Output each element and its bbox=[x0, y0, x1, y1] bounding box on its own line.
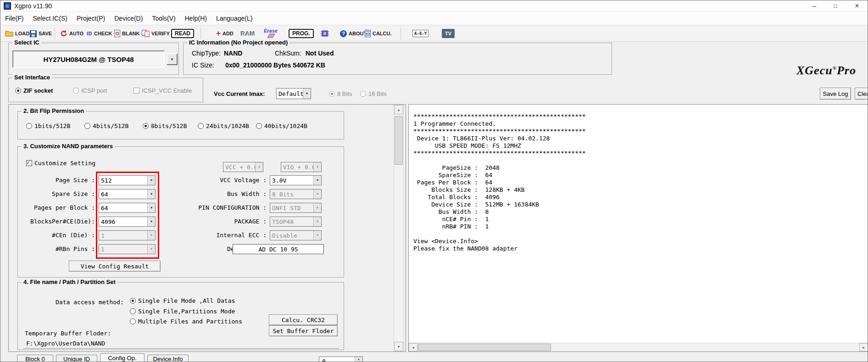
nand-params-group: 3. Customize NAND parameters Customize S… bbox=[17, 146, 344, 278]
chevron-down-icon bbox=[147, 189, 155, 199]
radio-icon bbox=[130, 298, 136, 304]
ic-size-label: IC Size: bbox=[192, 61, 214, 69]
internal-ecc-value: Disable bbox=[270, 231, 313, 240]
scroll-down-button[interactable] bbox=[394, 342, 403, 351]
set-buffer-folder-button[interactable]: Set Buffer Floder bbox=[269, 325, 338, 336]
bus-width-value: 8 Bits bbox=[270, 189, 313, 199]
about-button[interactable]: ? ABOUT bbox=[340, 25, 367, 42]
log-line: Blocks Size : 128KB + 4KB bbox=[413, 186, 586, 194]
toolbar-separator bbox=[200, 28, 201, 39]
radio-8bits-512b[interactable]: 8bits/512B bbox=[143, 123, 187, 129]
tab-config-op[interactable]: Config Op. bbox=[100, 353, 145, 362]
customize-setting-label: Customize Setting bbox=[34, 160, 95, 167]
chevron-down-icon bbox=[147, 245, 155, 254]
vcc-current-label: Vcc Current Imax: bbox=[214, 90, 265, 97]
tab-block-0[interactable]: Block 0 bbox=[17, 355, 53, 362]
plus-icon: + bbox=[216, 30, 221, 37]
radio-1bits-512b[interactable]: 1bits/512B bbox=[26, 123, 70, 129]
spinner-buttons[interactable] bbox=[355, 357, 362, 362]
scroll-right-button[interactable] bbox=[859, 343, 868, 351]
page-size-combo[interactable]: 512 bbox=[99, 175, 156, 185]
config-panel-scrollbar bbox=[394, 105, 404, 351]
scrollbar-thumb[interactable] bbox=[395, 116, 403, 165]
radio-4bits-512b[interactable]: 4bits/512B bbox=[84, 123, 128, 129]
minimize-button[interactable]: – bbox=[804, 0, 825, 11]
menu-item-language[interactable]: Language(L) bbox=[211, 13, 257, 24]
rbn-pins-value: 1 bbox=[99, 245, 147, 254]
radio-multiple-files[interactable]: Multiple Files and Partitions bbox=[130, 318, 242, 325]
blocks-per-ce-combo[interactable]: 4096 bbox=[99, 217, 156, 227]
checkbox-icon bbox=[26, 160, 32, 166]
radio-icsp-port: ICSP port bbox=[73, 87, 107, 94]
menu-item-help[interactable]: Help(H) bbox=[180, 13, 211, 24]
scrollbar-thumb[interactable] bbox=[418, 344, 551, 351]
device-id-field[interactable]: AD DC 10 95 bbox=[233, 244, 324, 254]
block-number-spinner[interactable]: 0 bbox=[319, 356, 363, 362]
spare-size-combo[interactable]: 64 bbox=[99, 189, 156, 199]
tv-mode-button[interactable]: TV bbox=[442, 25, 455, 42]
checkbox-customize-setting[interactable]: Customize Setting bbox=[26, 160, 95, 167]
radio-zif-socket[interactable]: ZIF socket bbox=[15, 87, 53, 94]
maximize-button[interactable]: □ bbox=[825, 0, 846, 11]
vcc-current-combo[interactable]: Default bbox=[276, 88, 311, 99]
view-config-result-button[interactable]: View Config Resault bbox=[69, 261, 161, 272]
vcc-voltage-combo[interactable]: 3.0V bbox=[270, 175, 322, 185]
menu-item-device[interactable]: Device(D) bbox=[110, 13, 147, 24]
spin-up-icon[interactable] bbox=[355, 357, 362, 362]
blank-label: BLANK bbox=[122, 31, 140, 36]
menu-item-project[interactable]: Project(P) bbox=[72, 13, 110, 24]
chevron-down-icon bbox=[313, 231, 321, 240]
blank-check-button[interactable]: BLANK bbox=[114, 25, 140, 42]
log-line: ****************************************… bbox=[413, 113, 586, 120]
ic-info-group-title: IC Information (No Project opened) bbox=[187, 39, 289, 46]
auto-button[interactable]: AUTO bbox=[60, 25, 83, 42]
logic-converter-button[interactable]: A-8-Y bbox=[412, 25, 428, 42]
calculator-button[interactable]: CALCU. bbox=[365, 25, 392, 42]
check-id-button[interactable]: ID CHECK bbox=[87, 25, 112, 42]
clear-log-button[interactable]: Clea bbox=[855, 88, 868, 100]
tv-icon: TV bbox=[442, 29, 455, 38]
menu-bar: File(F) Select IC(S) Project(P) Device(D… bbox=[0, 11, 868, 25]
chevron-down-icon bbox=[303, 89, 311, 99]
config-scroll-panel: 2. Bit Flip Permission 1bits/512B 4bits/… bbox=[8, 104, 406, 352]
spare-size-label: Spare Size : bbox=[18, 190, 95, 197]
radio-single-file-all[interactable]: Single File Mode ,All Datas bbox=[130, 297, 235, 304]
radio-icon bbox=[15, 88, 21, 94]
pin-config-value: ONFI STD bbox=[270, 203, 313, 212]
pages-per-block-label: Pages per Block : bbox=[18, 204, 95, 211]
calc-crc32-button[interactable]: Calcu. CRC32 bbox=[269, 314, 338, 325]
verify-button[interactable]: VERIFY bbox=[142, 25, 170, 42]
save-log-button[interactable]: Save Log bbox=[820, 88, 851, 100]
scroll-left-button[interactable] bbox=[409, 343, 417, 351]
tab-unique-id[interactable]: Unique ID bbox=[56, 355, 97, 362]
radio-single-file-partitions[interactable]: Single File,Partitions Mode bbox=[130, 308, 235, 315]
program-button[interactable]: PROG. bbox=[289, 25, 314, 42]
bitflip-option-label: 8bits/512B bbox=[151, 123, 187, 129]
cen-die-label: #CEn (Die) : bbox=[18, 232, 95, 239]
menu-item-file[interactable]: File(F) bbox=[0, 13, 28, 24]
chevron-down-icon bbox=[313, 203, 321, 212]
pages-per-block-combo[interactable]: 64 bbox=[99, 203, 156, 213]
ic-dropdown-button[interactable] bbox=[167, 53, 178, 65]
radio-40bits-1024b[interactable]: 40bits/1024B bbox=[256, 123, 307, 129]
temp-buffer-path-field[interactable]: F:\Xgpro\UserData\NAND bbox=[23, 339, 339, 349]
window-title: Xgpro v11.90 bbox=[14, 2, 52, 10]
selected-ic-display[interactable]: HY27UH084G2M @ TSOP48 bbox=[12, 50, 165, 68]
close-button[interactable]: × bbox=[846, 0, 868, 11]
access-option-label: Single File Mode ,All Datas bbox=[138, 297, 235, 304]
scroll-up-button[interactable] bbox=[394, 105, 403, 114]
nand-params-title: 3. Customize NAND parameters bbox=[22, 143, 115, 150]
radio-24bits-1024b[interactable]: 24bits/1024B bbox=[198, 123, 249, 129]
select-ic-group: Select IC HY27UH084G2M @ TSOP48 bbox=[8, 43, 179, 75]
checkbox-icsp-vcc: ICSP_VCC Enable bbox=[134, 87, 192, 94]
cen-die-combo: 1 bbox=[99, 230, 156, 240]
menu-item-select-ic[interactable]: Select IC(S) bbox=[28, 13, 72, 24]
page-size-value: 512 bbox=[99, 176, 147, 185]
radio-8-bits: 8 Bits bbox=[329, 90, 352, 97]
ic-chip-button[interactable] bbox=[321, 25, 329, 42]
tab-device-info[interactable]: Device.Info bbox=[147, 355, 189, 362]
menu-item-tools[interactable]: Tools(V) bbox=[147, 13, 180, 24]
erase-label: Erase bbox=[264, 28, 278, 33]
radio-icon bbox=[26, 123, 32, 129]
select-ic-group-title: Select IC bbox=[12, 39, 41, 46]
